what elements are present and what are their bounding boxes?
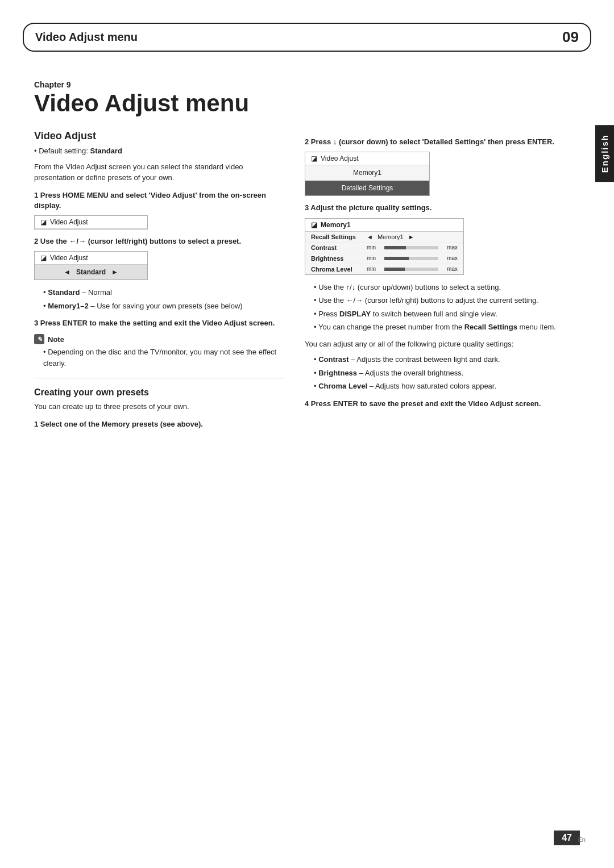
default-value: Standard bbox=[90, 147, 122, 155]
brightness-fill bbox=[384, 257, 409, 260]
contrast-row: Contrast min max bbox=[305, 243, 463, 253]
ui2-left-arrow: ◄ bbox=[64, 268, 70, 276]
ui3-title-row: ◪ Video Adjust bbox=[305, 152, 429, 165]
ui1-title-row: ◪ Video Adjust bbox=[35, 216, 147, 229]
intro-text: From the Video Adjust screen you can sel… bbox=[34, 161, 284, 183]
ui3-detailed-text: Detailed Settings bbox=[342, 184, 393, 192]
recall-label: Recall Settings bbox=[311, 233, 362, 240]
page-title: Video Adjust menu bbox=[34, 90, 580, 116]
divider bbox=[34, 378, 284, 378]
bullet-memory-label: Memory1–2 bbox=[48, 302, 89, 310]
contrast-label: Contrast bbox=[311, 244, 362, 251]
step1-heading: 1 Press HOME MENU and select 'Video Adju… bbox=[34, 190, 284, 211]
ui3-detailed-row: Detailed Settings bbox=[305, 181, 429, 195]
chroma-min: min bbox=[367, 266, 376, 272]
memory-title-text: Memory1 bbox=[321, 221, 351, 229]
brightness-min: min bbox=[367, 255, 376, 261]
note-text: Depending on the disc and the TV/monitor… bbox=[43, 347, 284, 369]
ui-mockup-3: ◪ Video Adjust Memory1 Detailed Settings bbox=[305, 152, 430, 196]
right-bullet-4: You can change the preset number from th… bbox=[314, 322, 578, 333]
ui3-memory1-text: Memory1 bbox=[353, 169, 381, 177]
brightness-row: Brightness min max bbox=[305, 253, 463, 264]
page-lang-label: En bbox=[578, 836, 586, 843]
quality-chroma: Chroma Level – Adjusts how saturated col… bbox=[314, 381, 578, 392]
bullet-standard-text: – Normal bbox=[80, 288, 112, 297]
creating-intro: You can create up to three presets of yo… bbox=[34, 401, 284, 412]
ui2-value: Standard bbox=[76, 268, 106, 276]
memory-box-title-row: ◪ Memory1 bbox=[305, 219, 463, 232]
default-label: Default setting: bbox=[39, 147, 88, 155]
ui1-icon: ◪ bbox=[40, 218, 47, 226]
page-number-box: 47 bbox=[554, 831, 580, 845]
chroma-max: max bbox=[447, 266, 458, 272]
contrast-max: max bbox=[447, 244, 458, 251]
brightness-max: max bbox=[447, 255, 458, 261]
ui3-memory1-row: Memory1 bbox=[305, 165, 429, 181]
step2-heading-left: 2 Use the ←/→ (cursor left/right) button… bbox=[34, 236, 284, 247]
ui3-icon: ◪ bbox=[311, 155, 317, 162]
top-header-bar: Video Adjust menu 09 bbox=[23, 23, 591, 52]
right-bullet-3: Press DISPLAY to switch between full and… bbox=[314, 308, 578, 320]
ui2-standard-row: ◄ Standard ► bbox=[35, 265, 147, 279]
recall-right-arrow: ► bbox=[408, 233, 414, 240]
brightness-label: Brightness bbox=[311, 255, 362, 262]
bullet-standard-label: Standard bbox=[48, 288, 80, 297]
step3-heading-left: 3 Press ENTER to make the setting and ex… bbox=[34, 318, 284, 328]
chroma-row: Chroma Level min max bbox=[305, 264, 463, 274]
bullet-memory: Memory1–2 – Use for saving your own pres… bbox=[43, 301, 284, 312]
ui2-right-arrow: ► bbox=[111, 268, 118, 276]
quality-brightness-label: Brightness bbox=[318, 369, 357, 377]
chroma-label: Chroma Level bbox=[311, 266, 362, 273]
recall-settings-row: Recall Settings ◄ Memory1 ► bbox=[305, 232, 463, 243]
quality-intro: You can adjust any or all of the followi… bbox=[305, 339, 578, 350]
chroma-fill bbox=[384, 268, 405, 271]
ui3-title-text: Video Adjust bbox=[321, 155, 359, 162]
quality-contrast: Contrast – Adjusts the contrast between … bbox=[314, 354, 578, 365]
header-title: Video Adjust menu bbox=[35, 31, 138, 44]
default-setting: • Default setting: Standard bbox=[34, 145, 284, 157]
ui2-icon: ◪ bbox=[40, 254, 47, 262]
two-column-layout: Video Adjust • Default setting: Standard… bbox=[34, 130, 580, 433]
ui1-title-text: Video Adjust bbox=[50, 218, 88, 226]
ui-mockup-1: ◪ Video Adjust bbox=[34, 215, 148, 229]
step2-heading-right: 2 Press ↓ (cursor down) to select 'Detai… bbox=[305, 137, 578, 147]
memory-icon: ◪ bbox=[311, 221, 317, 229]
ui-mockup-2: ◪ Video Adjust ◄ Standard ► bbox=[34, 251, 148, 280]
contrast-min: min bbox=[367, 244, 376, 251]
ui2-title-text: Video Adjust bbox=[50, 254, 88, 262]
chroma-slider bbox=[384, 268, 438, 271]
creating-title: Creating your own presets bbox=[34, 387, 284, 398]
main-content: Chapter 9 Video Adjust menu Video Adjust… bbox=[0, 52, 614, 456]
bullet-standard: Standard – Normal bbox=[43, 287, 284, 298]
note-title-row: ✎ Note bbox=[34, 334, 284, 344]
recall-left-arrow: ◄ bbox=[367, 233, 373, 240]
note-box: ✎ Note Depending on the disc and the TV/… bbox=[34, 334, 284, 369]
memory-settings-ui: ◪ Memory1 Recall Settings ◄ Memory1 ► Co… bbox=[305, 218, 464, 275]
display-keyword: DISPLAY bbox=[339, 310, 371, 318]
chapter-label: Chapter 9 bbox=[34, 80, 580, 89]
recall-value: Memory1 bbox=[377, 233, 404, 240]
quality-contrast-label: Contrast bbox=[318, 355, 349, 364]
contrast-slider bbox=[384, 246, 438, 249]
right-column: 2 Press ↓ (cursor down) to select 'Detai… bbox=[305, 130, 578, 433]
brightness-slider bbox=[384, 257, 438, 260]
step4-heading: 4 Press ENTER to save the preset and exi… bbox=[305, 399, 578, 409]
step3-heading-right: 3 Adjust the picture quality settings. bbox=[305, 203, 578, 213]
right-bullet-1: Use the ↑/↓ (cursor up/down) buttons to … bbox=[314, 282, 578, 293]
note-icon: ✎ bbox=[34, 334, 44, 344]
bullet-memory-text: – Use for saving your own presets (see b… bbox=[89, 302, 243, 310]
right-bullet-2: Use the ←/→ (cursor left/right) buttons … bbox=[314, 295, 578, 306]
contrast-fill bbox=[384, 246, 406, 249]
section-title-video-adjust: Video Adjust bbox=[34, 130, 284, 142]
creating-step1: 1 Select one of the Memory presets (see … bbox=[34, 419, 284, 429]
english-tab: English bbox=[595, 125, 614, 182]
quality-chroma-label: Chroma Level bbox=[318, 382, 367, 390]
recall-keyword: Recall Settings bbox=[464, 323, 517, 331]
left-column: Video Adjust • Default setting: Standard… bbox=[34, 130, 284, 433]
quality-brightness: Brightness – Adjusts the overall brightn… bbox=[314, 368, 578, 379]
ui2-title-row: ◪ Video Adjust bbox=[35, 252, 147, 265]
note-label: Note bbox=[48, 335, 64, 344]
header-chapter-num: 09 bbox=[562, 28, 579, 46]
